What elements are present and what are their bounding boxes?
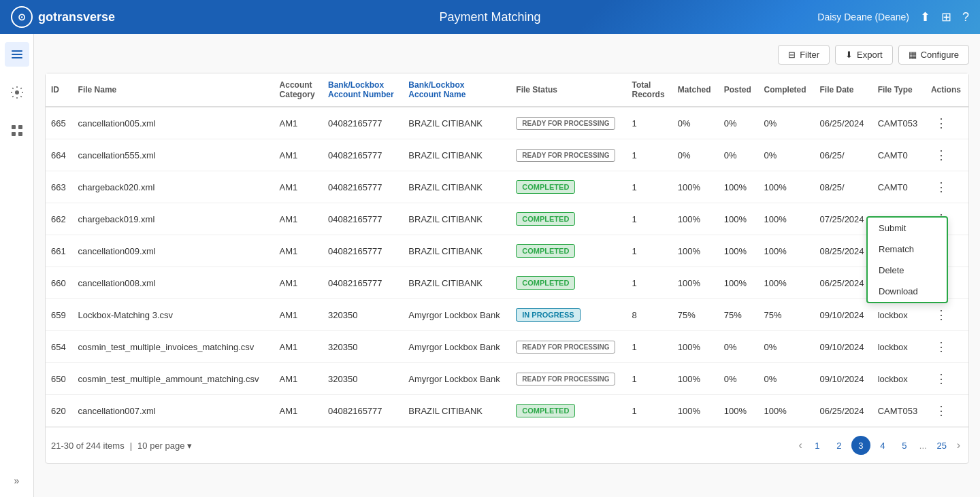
- cell-total-records: 1: [627, 203, 672, 235]
- page-5-button[interactable]: 5: [895, 436, 914, 455]
- cell-matched: 100%: [672, 395, 719, 427]
- cell-matched: 0%: [672, 139, 719, 171]
- actions-menu-button[interactable]: ⋮: [931, 402, 951, 419]
- page-ellipsis: ...: [917, 441, 930, 451]
- actions-menu-button[interactable]: ⋮: [931, 306, 951, 324]
- prev-page-button[interactable]: ‹: [796, 439, 805, 451]
- cell-posted: 0%: [719, 139, 759, 171]
- table-row: 659 Lockbox-Matching 3.csv AM1 320350 Am…: [46, 299, 968, 331]
- dropdown-item-download[interactable]: Download: [868, 281, 947, 302]
- cell-bank-account-name: BRAZIL CITIBANK: [403, 139, 510, 171]
- sidebar-icon-apps[interactable]: [5, 118, 29, 143]
- cell-bank-account-number: 320350: [323, 363, 403, 395]
- cell-posted: 75%: [719, 299, 759, 331]
- cell-file-status: COMPLETED: [510, 395, 626, 427]
- dropdown-item-rematch[interactable]: Rematch: [868, 239, 947, 260]
- page-1-button[interactable]: 1: [808, 436, 827, 455]
- cell-account-category: AM1: [274, 267, 323, 299]
- cell-completed: 75%: [759, 299, 815, 331]
- cell-matched: 0%: [672, 107, 719, 139]
- filter-button[interactable]: ⊟ Filter: [778, 45, 830, 65]
- cell-bank-account-name: Amyrgor Lockbox Bank: [403, 299, 510, 331]
- pagination-right: ‹ 1 2 3 4 5 ... 25 ›: [796, 436, 964, 455]
- cell-total-records: 1: [627, 395, 672, 427]
- cell-filename: cancellation008.xml: [73, 267, 274, 299]
- configure-button[interactable]: ▦ Configure: [898, 45, 969, 65]
- cell-file-date: 09/10/2024: [814, 363, 872, 395]
- page-3-button[interactable]: 3: [851, 436, 870, 455]
- cell-matched: 100%: [672, 267, 719, 299]
- cell-completed: 100%: [759, 267, 815, 299]
- configure-icon: ▦: [909, 50, 917, 60]
- cell-file-date: 09/10/2024: [814, 331, 872, 363]
- actions-dropdown-menu: Submit Rematch Delete Download: [866, 216, 948, 303]
- dropdown-item-delete[interactable]: Delete: [868, 260, 947, 281]
- col-actions: Actions: [926, 73, 968, 107]
- actions-menu-button[interactable]: ⋮: [931, 370, 951, 388]
- col-account-category: AccountCategory: [274, 73, 323, 107]
- cell-actions: ⋮: [926, 331, 968, 363]
- svg-rect-1: [12, 54, 22, 55]
- cell-filename: chargeback020.xml: [73, 171, 274, 203]
- cell-bank-account-number: 04082165777: [323, 267, 403, 299]
- table-row: 650 cosmin_test_multiple_ammount_matchin…: [46, 363, 968, 395]
- cell-completed: 0%: [759, 331, 815, 363]
- cell-completed: 100%: [759, 171, 815, 203]
- sidebar-icon-settings[interactable]: [5, 80, 29, 105]
- cell-file-status: COMPLETED: [510, 171, 626, 203]
- sidebar-expand[interactable]: »: [14, 475, 20, 486]
- cell-posted: 0%: [719, 363, 759, 395]
- cell-posted: 100%: [719, 267, 759, 299]
- grid-icon[interactable]: ⊞: [941, 10, 951, 24]
- per-page-selector[interactable]: 10 per page ▾: [137, 441, 192, 451]
- user-name[interactable]: Daisy Deane (Deane): [817, 12, 909, 22]
- sidebar: »: [0, 34, 34, 497]
- cell-file-status: COMPLETED: [510, 267, 626, 299]
- filter-icon: ⊟: [788, 50, 796, 60]
- cell-account-category: AM1: [274, 331, 323, 363]
- cell-posted: 100%: [719, 171, 759, 203]
- cell-bank-account-name: BRAZIL CITIBANK: [403, 107, 510, 139]
- top-header: ⊙ gotransverse Payment Matching Daisy De…: [0, 0, 980, 34]
- cell-bank-account-number: 04082165777: [323, 235, 403, 267]
- table-row: 663 chargeback020.xml AM1 04082165777 BR…: [46, 171, 968, 203]
- cell-file-type: lockbox: [872, 363, 926, 395]
- actions-menu-button[interactable]: ⋮: [931, 338, 951, 356]
- cell-filename: cosmin_test_multiple_ammount_matching.cs…: [73, 363, 274, 395]
- next-page-button[interactable]: ›: [954, 439, 963, 451]
- page-25-button[interactable]: 25: [932, 436, 951, 455]
- cell-total-records: 1: [627, 363, 672, 395]
- actions-menu-button[interactable]: ⋮: [931, 114, 951, 132]
- pagination-divider: |: [130, 441, 132, 451]
- export-button[interactable]: ⬇ Export: [835, 45, 893, 65]
- sidebar-icon-list[interactable]: [5, 42, 29, 67]
- cell-id: 620: [46, 395, 73, 427]
- upload-icon[interactable]: ⬆: [920, 10, 930, 24]
- configure-label: Configure: [921, 50, 959, 60]
- cell-account-category: AM1: [274, 299, 323, 331]
- table-row: 660 cancellation008.xml AM1 04082165777 …: [46, 267, 968, 299]
- cell-completed: 0%: [759, 139, 815, 171]
- col-bank-account-number: Bank/LockboxAccount Number: [323, 73, 403, 107]
- cell-bank-account-number: 320350: [323, 331, 403, 363]
- cell-filename: cancellation007.xml: [73, 395, 274, 427]
- cell-file-type: CAMT0: [872, 139, 926, 171]
- table-row: 661 cancellation009.xml AM1 04082165777 …: [46, 235, 968, 267]
- page-4-button[interactable]: 4: [873, 436, 892, 455]
- col-file-status: File Status: [510, 73, 626, 107]
- col-bank-account-name: Bank/LockboxAccount Name: [403, 73, 510, 107]
- dropdown-item-submit[interactable]: Submit: [868, 218, 947, 239]
- toolbar: ⊟ Filter ⬇ Export ▦ Configure: [45, 45, 969, 65]
- actions-menu-button[interactable]: ⋮: [931, 146, 951, 164]
- pagination: 21-30 of 244 items | 10 per page ▾ ‹ 1 2…: [46, 427, 968, 463]
- svg-rect-7: [18, 132, 22, 136]
- table-row: 665 cancellation005.xml AM1 04082165777 …: [46, 107, 968, 139]
- page-2-button[interactable]: 2: [830, 436, 849, 455]
- actions-menu-button[interactable]: ⋮: [931, 178, 951, 196]
- help-icon[interactable]: ?: [962, 10, 969, 24]
- col-matched: Matched: [672, 73, 719, 107]
- cell-total-records: 8: [627, 299, 672, 331]
- cell-file-type: lockbox: [872, 331, 926, 363]
- table-row: 662 chargeback019.xml AM1 04082165777 BR…: [46, 203, 968, 235]
- cell-completed: 100%: [759, 203, 815, 235]
